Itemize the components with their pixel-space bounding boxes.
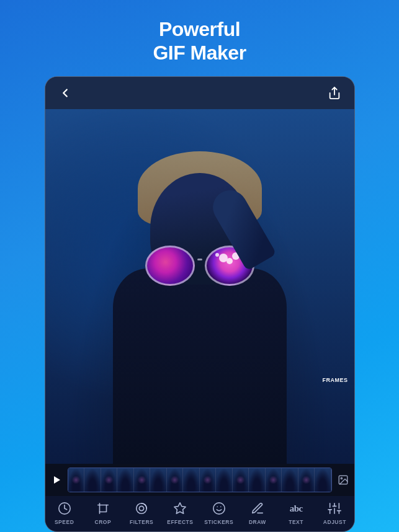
tool-text[interactable]: abc TEXT [280,500,312,525]
glasses-bridge [197,259,202,260]
frame-thumb [249,468,266,492]
play-button[interactable] [50,475,63,485]
photo-subject [45,109,354,464]
tool-stickers[interactable]: STICKERS [203,500,235,525]
filters-label: FILTERS [130,519,153,525]
frame-thumb [117,468,134,492]
frames-strip[interactable] [68,468,332,492]
photo-gallery-icon[interactable] [337,474,349,485]
play-icon [52,475,61,485]
svg-point-8 [139,506,143,510]
stickers-label: STICKERS [204,519,233,525]
frames-label: FRAMES [323,377,348,383]
adjust-icon [328,500,341,517]
headline-line2: GIF Maker [153,42,246,64]
frame-thumb [282,468,298,492]
filters-icon [135,500,148,517]
phone-frame: SAVE AS GIF OR VIDEO FRAMES [45,76,355,532]
draw-label: DRAW [249,519,266,525]
headline-line1: Powerful [159,18,240,40]
svg-marker-9 [174,503,186,513]
frame-thumb [298,468,315,492]
frame-thumb [84,468,101,492]
frame-thumb [216,468,233,492]
frame-thumb [200,468,217,492]
image-area: FRAMES [45,109,354,464]
share-button[interactable] [325,83,344,103]
tool-effects[interactable]: EFFECTS [164,500,196,525]
timeline-bar [45,464,354,496]
frame-thumb [233,468,249,492]
lens-left [145,246,195,286]
frame-thumb [315,468,331,492]
crop-icon [96,500,110,517]
adjust-label: ADJUST [323,519,346,525]
effects-icon [173,500,187,517]
body [113,268,287,464]
tool-adjust[interactable]: ADJUST [318,500,351,525]
back-icon [58,86,72,100]
text-icon: abc [290,500,303,517]
frame-thumb [68,468,85,492]
tool-filters[interactable]: FILTERS [125,500,158,525]
frame-thumb [150,468,167,492]
tool-speed[interactable]: SPEED [48,500,81,525]
headline: Powerful GIF Maker [153,17,246,65]
frame-thumb [101,468,118,492]
frame-thumb [266,468,282,492]
person-silhouette [82,109,318,464]
text-label: TEXT [289,519,303,525]
tool-draw[interactable]: DRAW [241,500,274,525]
speed-icon [58,500,71,517]
svg-point-3 [341,477,342,479]
frame-thumb [167,468,184,492]
draw-icon [251,500,264,517]
gallery-icon [338,474,349,485]
svg-marker-1 [54,476,60,484]
frame-thumb [134,468,151,492]
back-button[interactable] [55,83,75,103]
effects-label: EFFECTS [167,519,193,525]
share-icon [328,86,341,100]
crop-label: CROP [95,519,112,525]
tool-crop[interactable]: CROP [87,500,119,525]
top-bar [45,77,354,109]
svg-point-10 [213,503,224,514]
stickers-icon [212,500,226,517]
speed-label: SPEED [55,519,74,525]
toolbar: SPEED CROP FILTERS [45,496,354,531]
frame-thumb [183,468,200,492]
